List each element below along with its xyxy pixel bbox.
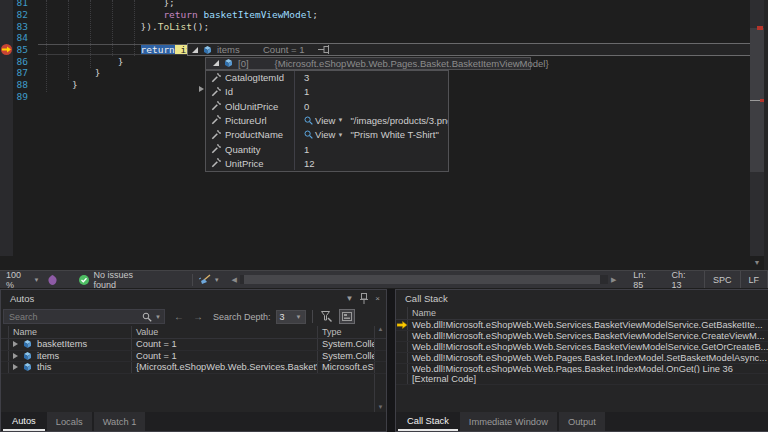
property-name: ProductName [225,129,294,140]
column-header-name[interactable]: Name [408,307,768,319]
expander-closed-icon[interactable] [13,353,18,359]
expander-closed-icon[interactable] [13,341,18,347]
autos-scrollbar-up[interactable]: ▲ [374,326,386,338]
datatip-property-row[interactable]: PictureUrlView▼"/images/products/3.png" [206,113,448,127]
code-line-81[interactable]: 81 }; [0,0,746,9]
hscroll-thumb[interactable] [244,275,600,284]
callstack-frame-row[interactable]: Web.dll!Microsoft.eShopWeb.Web.Services.… [396,331,768,342]
property-value: "Prism White T-Shirt" [350,129,438,140]
variable-value[interactable]: Count = 1 [131,351,317,362]
variable-value[interactable]: {Microsoft.eShopWeb.Web.Services.BasketV… [131,362,317,373]
autos-vertical-scrollbar[interactable]: ▼ [374,374,386,413]
datatip-property-row[interactable]: CatalogItemId3 [206,71,448,85]
autos-row[interactable]: itemsCount = 1System.Collec... [1,351,386,363]
code-text[interactable]: }).ToList(); [49,21,209,32]
code-cleanup-icon[interactable] [198,274,211,285]
line-number: 89 [0,91,28,102]
autos-column-headers[interactable]: Name Value Type ▲ [1,326,386,339]
search-prev-icon[interactable]: ← [174,311,184,322]
autos-title-bar[interactable]: Autos ▼ × [1,290,386,307]
code-line-84[interactable]: 84 [0,32,746,44]
autos-scrollbar-down[interactable]: ▼ [378,404,384,410]
pin-icon[interactable] [318,45,330,54]
column-indicator[interactable]: Ch: 13 [664,270,704,290]
callstack-frame-row[interactable]: Web.dll!Microsoft.eShopWeb.Web.Services.… [396,320,768,331]
code-text[interactable]: }; [49,0,175,8]
hscroll-track[interactable] [240,275,608,284]
code-text[interactable]: } [49,67,101,78]
search-caret-icon[interactable]: ▼ [155,314,161,320]
variable-type: System.Collec... [317,351,374,362]
expander-open-icon[interactable] [213,60,219,66]
datatip-element-row[interactable]: [0] {Microsoft.eShopWeb.Web.Pages.Basket… [205,57,531,70]
callstack-title-bar[interactable]: Call Stack ▼ × [396,290,768,307]
code-editor[interactable]: 81 };82 return basketItemViewModel;83 })… [0,0,768,270]
callstack-column-headers[interactable]: Name Lang ▲ [396,307,768,320]
search-next-icon[interactable]: → [193,311,203,322]
pin-icon[interactable] [360,293,368,304]
view-caret-icon[interactable]: ▼ [337,117,343,123]
datatip-property-row[interactable]: Quantity1 [206,142,448,156]
callstack-frame-row[interactable]: Web.dll!Microsoft.eShopWeb.Web.Pages.Bas… [396,364,768,375]
callstack-frame-row[interactable]: [External Code] [396,374,768,385]
zoom-control[interactable]: 100 % [6,270,31,290]
view-caret-icon[interactable]: ▼ [337,132,343,138]
code-text[interactable]: } [49,79,78,90]
autos-row[interactable]: basketItemsCount = 1System.Collec... [1,339,386,351]
datatip-property-row[interactable]: Id1 [206,85,448,99]
expander-closed-icon[interactable] [199,86,204,92]
editor-horizontal-scrollbar[interactable]: ◀ ▶ [232,275,617,284]
breakpoint-current-statement-icon[interactable] [1,44,12,55]
window-menu-icon[interactable]: ▼ [345,294,353,303]
callstack-frame-row[interactable]: Web.dll!Microsoft.eShopWeb.Web.Services.… [396,342,768,353]
search-depth-dropdown[interactable]: 3 ▼ [276,310,306,324]
scrollbar-down-arrow[interactable]: ▼ [750,257,764,268]
column-header-type[interactable]: Type [317,326,374,338]
tab-output[interactable]: Output [559,412,605,431]
editor-vertical-scrollbar[interactable] [750,0,764,256]
datatip-property-row[interactable]: UnitPrice12 [206,156,448,170]
health-indicator-icon[interactable] [48,275,57,285]
spaces-indicator[interactable]: SPC [704,271,740,288]
column-header-value[interactable]: Value [131,326,317,338]
tab-watch-1[interactable]: Watch 1 [94,412,146,431]
property-wrench-icon [211,87,221,97]
hscroll-right-arrow[interactable]: ▶ [611,276,616,284]
format-specifier-toggle-icon[interactable] [339,309,355,324]
code-text[interactable]: } [49,56,123,67]
expander-open-icon[interactable] [192,47,198,53]
zoom-caret-icon[interactable]: ▼ [34,277,40,283]
line-ending-indicator[interactable]: LF [740,271,768,288]
code-line-83[interactable]: 83 }).ToList(); [0,20,746,32]
code-cleanup-caret-icon[interactable]: ▼ [214,277,220,283]
variable-value[interactable]: Count = 1 [131,339,317,350]
callstack-frame-row[interactable]: Web.dll!Microsoft.eShopWeb.Web.Pages.Bas… [396,353,768,364]
close-icon[interactable]: × [375,294,380,303]
datatip-property-row[interactable]: OldUnitPrice0 [206,99,448,113]
issues-status-text[interactable]: No issues found [94,270,156,290]
tab-immediate-window[interactable]: Immediate Window [460,412,557,431]
search-icon[interactable] [142,312,152,322]
variable-name-cell[interactable]: items [9,351,131,362]
datatip-root-row[interactable]: items Count = 1 [187,43,753,56]
autos-row[interactable]: this{Microsoft.eShopWeb.Web.Services.Bas… [1,362,386,374]
view-button[interactable]: View▼ [304,129,345,140]
filter-icon[interactable] [319,309,335,324]
property-name: Id [225,86,294,97]
tab-locals[interactable]: Locals [47,412,92,431]
variable-name-cell[interactable]: basketItems [9,339,131,350]
variable-name-cell[interactable]: this [9,362,131,373]
datatip-property-row[interactable]: ProductNameView▼"Prism White T-Shirt" [206,128,448,142]
line-indicator[interactable]: Ln: 85 [626,270,664,290]
expander-closed-icon[interactable] [13,364,18,370]
code-segment [49,56,118,67]
object-icon [22,339,33,349]
search-input[interactable]: Search ▼ [3,309,165,324]
code-line-82[interactable]: 82 return basketItemViewModel; [0,9,746,21]
tab-autos[interactable]: Autos [3,412,45,431]
code-text[interactable]: return basketItemViewModel; [49,9,318,20]
column-header-name[interactable]: Name [9,326,131,338]
tab-call-stack[interactable]: Call Stack [398,412,458,431]
hscroll-left-arrow[interactable]: ◀ [232,276,237,284]
view-button[interactable]: View▼ [304,115,345,126]
